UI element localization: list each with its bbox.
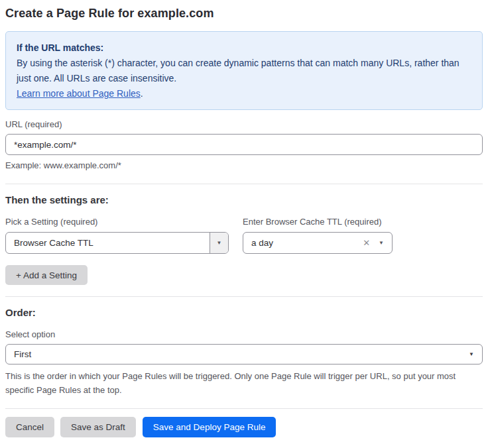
order-select[interactable]: First ▼	[5, 344, 483, 364]
setting-picker-value: Browser Cache TTL	[6, 238, 210, 248]
cancel-button[interactable]: Cancel	[5, 417, 54, 437]
info-link-suffix: .	[141, 88, 143, 99]
order-section-heading: Order:	[5, 307, 483, 318]
setting-picker-column: Pick a Setting (required) Browser Cache …	[5, 205, 229, 254]
caret-down-icon: ▼	[217, 241, 222, 246]
ttl-picker-value: a day	[243, 238, 363, 248]
url-field-label: URL (required)	[5, 119, 483, 129]
order-help-text: This is the order in which your Page Rul…	[5, 369, 479, 397]
url-field-help: Example: www.example.com/*	[5, 159, 483, 172]
order-select-label: Select option	[5, 329, 483, 339]
order-selected-option: First	[14, 349, 31, 359]
save-and-deploy-button[interactable]: Save and Deploy Page Rule	[143, 417, 276, 437]
create-page-rule-panel: Create a Page Rule for example.com If th…	[0, 0, 488, 437]
setting-picker-caret-button[interactable]: ▼	[210, 233, 228, 253]
footer-actions: Cancel Save as Draft Save and Deploy Pag…	[5, 417, 483, 437]
url-input[interactable]	[5, 134, 483, 155]
ttl-picker-controls: ✕ ▼	[363, 239, 392, 247]
caret-down-icon: ▼	[469, 352, 474, 357]
divider-footer	[5, 408, 483, 409]
divider-settings	[5, 184, 483, 184]
ttl-picker-column: Enter Browser Cache TTL (required) a day…	[243, 205, 393, 254]
divider-order	[5, 296, 483, 297]
clear-selection-icon[interactable]: ✕	[363, 239, 370, 247]
info-box-body: By using the asterisk (*) character, you…	[17, 56, 471, 86]
settings-section-heading: Then the settings are:	[5, 194, 483, 205]
info-box-link-line: Learn more about Page Rules.	[17, 86, 471, 101]
caret-down-icon[interactable]: ▼	[379, 241, 384, 246]
ttl-picker-dropdown[interactable]: a day ✕ ▼	[243, 232, 393, 254]
learn-more-link[interactable]: Learn more about Page Rules	[17, 88, 141, 99]
url-match-info-box: If the URL matches: By using the asteris…	[5, 31, 483, 110]
ttl-picker-label: Enter Browser Cache TTL (required)	[243, 217, 393, 227]
setting-picker-label: Pick a Setting (required)	[5, 217, 229, 227]
setting-picker-dropdown[interactable]: Browser Cache TTL ▼	[5, 232, 229, 254]
page-title: Create a Page Rule for example.com	[5, 5, 483, 21]
info-box-heading: If the URL matches:	[17, 40, 471, 56]
settings-row: Pick a Setting (required) Browser Cache …	[5, 205, 483, 254]
save-as-draft-button[interactable]: Save as Draft	[60, 417, 136, 437]
add-setting-button[interactable]: + Add a Setting	[5, 265, 88, 285]
